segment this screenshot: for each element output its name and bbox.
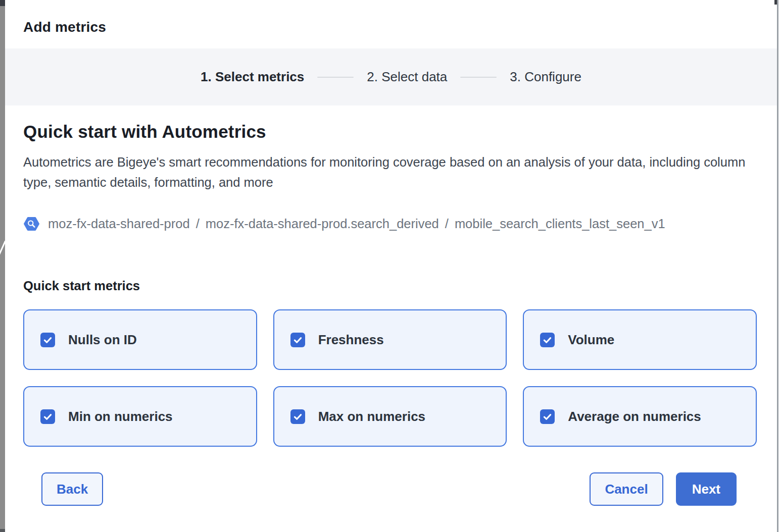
breadcrumb-separator: / — [445, 217, 449, 231]
step-connector — [460, 77, 497, 78]
modal-title: Add metrics — [23, 19, 759, 35]
metrics-grid: Nulls on ID Freshness Volume — [23, 309, 757, 447]
modal-header: Add metrics — [5, 0, 777, 48]
bigquery-icon — [23, 216, 40, 232]
checkmark-icon — [292, 411, 303, 422]
page-title: Quick start with Autometrics — [23, 122, 757, 142]
step-select-metrics[interactable]: 1. Select metrics — [201, 69, 304, 85]
step-select-data[interactable]: 2. Select data — [367, 69, 447, 85]
checkmark-icon — [292, 335, 303, 345]
checkmark-icon — [542, 335, 553, 345]
background-dark-corner-left — [0, 0, 5, 6]
metric-option-max-on-numerics[interactable]: Max on numerics — [273, 386, 507, 447]
background-page-edge — [0, 0, 5, 532]
checkmark-icon — [42, 335, 53, 345]
autometrics-description: Autometrics are Bigeye's smart recommend… — [23, 152, 748, 192]
checkbox-max-on-numerics[interactable] — [290, 409, 305, 424]
checkbox-nulls-on-id[interactable] — [40, 333, 55, 347]
metric-label: Nulls on ID — [68, 332, 137, 348]
background-dark-bottom-left — [0, 529, 5, 532]
cancel-button[interactable]: Cancel — [590, 472, 663, 506]
metric-option-nulls-on-id[interactable]: Nulls on ID — [23, 309, 257, 370]
breadcrumb-table: mobile_search_clients_last_seen_v1 — [455, 217, 665, 231]
add-metrics-modal: Add metrics 1. Select metrics 2. Select … — [5, 0, 778, 532]
metric-option-freshness[interactable]: Freshness — [273, 309, 507, 370]
checkbox-min-on-numerics[interactable] — [40, 409, 55, 424]
breadcrumb-separator: / — [196, 217, 200, 231]
modal-content: Quick start with Autometrics Autometrics… — [5, 122, 777, 526]
metric-option-min-on-numerics[interactable]: Min on numerics — [23, 386, 257, 447]
checkbox-freshness[interactable] — [290, 333, 305, 347]
breadcrumb-schema: moz-fx-data-shared-prod.search_derived — [206, 217, 439, 231]
metric-label: Average on numerics — [568, 409, 701, 424]
modal-footer: Back Cancel Next — [23, 472, 757, 526]
breadcrumb-source: moz-fx-data-shared-prod — [48, 217, 190, 231]
breadcrumb: moz-fx-data-shared-prod / moz-fx-data-sh… — [23, 216, 757, 232]
checkmark-icon — [542, 411, 553, 422]
back-button[interactable]: Back — [41, 472, 103, 506]
metric-label: Volume — [568, 332, 614, 348]
background-dark-corner-right — [774, 0, 777, 5]
metric-label: Max on numerics — [318, 409, 425, 424]
checkbox-volume[interactable] — [540, 333, 555, 347]
step-configure[interactable]: 3. Configure — [510, 69, 581, 85]
step-connector — [317, 77, 354, 78]
checkbox-average-on-numerics[interactable] — [540, 409, 555, 424]
metric-label: Min on numerics — [68, 409, 173, 424]
next-button[interactable]: Next — [676, 472, 737, 506]
wizard-stepper: 1. Select metrics 2. Select data 3. Conf… — [5, 48, 777, 105]
checkmark-icon — [42, 411, 53, 422]
metrics-section-heading: Quick start metrics — [23, 279, 757, 293]
metric-label: Freshness — [318, 332, 384, 348]
metric-option-volume[interactable]: Volume — [523, 309, 757, 370]
metric-option-average-on-numerics[interactable]: Average on numerics — [523, 386, 757, 447]
